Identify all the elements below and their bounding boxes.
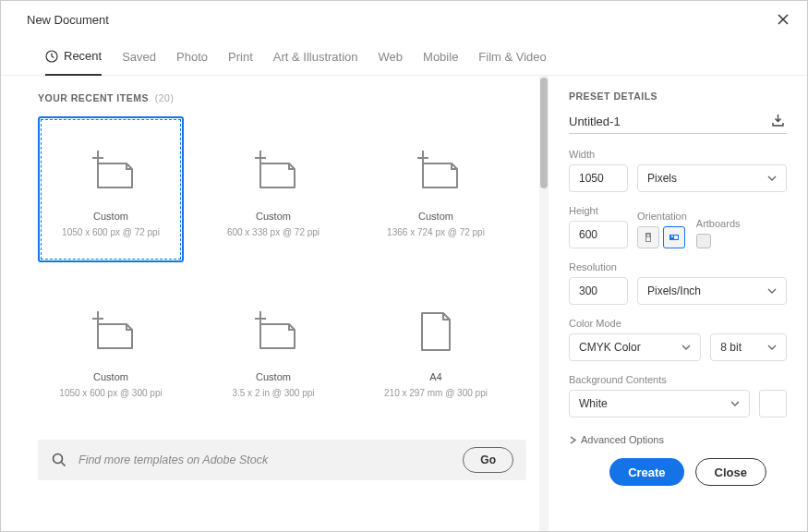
- background-select[interactable]: White: [569, 390, 750, 417]
- height-input[interactable]: 600: [569, 221, 628, 248]
- svg-point-3: [647, 235, 650, 237]
- chevron-down-icon: [767, 286, 777, 296]
- recent-items-header: YOUR RECENT ITEMS (20): [38, 92, 539, 103]
- svg-point-1: [54, 454, 63, 464]
- preset-card-label: Custom: [256, 371, 291, 382]
- orientation-label: Orientation: [637, 211, 687, 222]
- tab-recent[interactable]: Recent: [45, 40, 102, 76]
- preset-card[interactable]: A4 210 x 297 mm @ 300 ppi: [363, 277, 509, 423]
- preset-card[interactable]: Custom 600 x 338 px @ 72 ppi: [200, 116, 346, 262]
- bit-depth-select[interactable]: 8 bit: [710, 333, 787, 361]
- preset-card-label: Custom: [93, 371, 128, 382]
- color-mode-label: Color Mode: [569, 318, 787, 329]
- preset-card-dimensions: 1366 x 724 px @ 72 ppi: [387, 227, 485, 237]
- preset-card[interactable]: Custom 1366 x 724 px @ 72 ppi: [363, 116, 509, 262]
- preset-card-dimensions: 3.5 x 2 in @ 300 ppi: [232, 388, 314, 398]
- custom-page-icon: [86, 142, 136, 200]
- chevron-down-icon: [767, 343, 777, 352]
- tab-saved[interactable]: Saved: [122, 40, 156, 75]
- svg-rect-7: [674, 236, 678, 239]
- advanced-options-toggle[interactable]: Advanced Options: [569, 434, 787, 445]
- category-tabs: Recent Saved Photo Print Art & Illustrat…: [1, 36, 807, 76]
- preset-card[interactable]: Custom 1050 x 600 px @ 300 ppi: [38, 277, 184, 423]
- artboards-checkbox[interactable]: [696, 234, 711, 248]
- height-label: Height: [569, 205, 628, 216]
- preset-card-label: Custom: [256, 211, 291, 222]
- custom-page-icon: [86, 303, 136, 360]
- chevron-down-icon: [730, 399, 740, 408]
- custom-page-icon: [411, 142, 461, 200]
- scrollbar[interactable]: [539, 76, 549, 531]
- clock-icon: [45, 50, 58, 63]
- document-name-input[interactable]: [569, 115, 770, 128]
- artboards-label: Artboards: [696, 218, 741, 229]
- download-preset-icon[interactable]: [770, 113, 787, 129]
- preset-details-header: PRESET DETAILS: [569, 91, 787, 102]
- resolution-label: Resolution: [569, 261, 787, 272]
- custom-page-icon: [248, 303, 298, 360]
- stock-search-bar: Find more templates on Adobe Stock Go: [38, 440, 526, 480]
- tab-mobile[interactable]: Mobile: [423, 40, 458, 75]
- preset-card-label: A4: [429, 371, 441, 382]
- unit-select[interactable]: Pixels: [637, 164, 787, 192]
- search-icon: [51, 452, 67, 468]
- scrollbar-thumb[interactable]: [540, 78, 548, 188]
- color-mode-select[interactable]: CMYK Color: [569, 333, 701, 361]
- close-button[interactable]: Close: [695, 458, 766, 486]
- tab-photo[interactable]: Photo: [176, 40, 208, 75]
- width-input[interactable]: 1050: [569, 164, 628, 192]
- resolution-unit-select[interactable]: Pixels/Inch: [637, 277, 787, 305]
- width-label: Width: [569, 149, 787, 160]
- preset-card-label: Custom: [93, 211, 128, 222]
- svg-rect-4: [646, 237, 650, 241]
- create-button[interactable]: Create: [609, 458, 683, 486]
- custom-page-icon: [248, 142, 298, 200]
- close-icon[interactable]: [776, 12, 790, 27]
- svg-point-6: [671, 236, 673, 237]
- background-label: Background Contents: [569, 374, 787, 385]
- preset-card[interactable]: Custom 1050 x 600 px @ 72 ppi: [38, 116, 184, 262]
- chevron-down-icon: [767, 174, 777, 183]
- preset-card-dimensions: 600 x 338 px @ 72 ppi: [227, 227, 320, 237]
- resolution-input[interactable]: 300: [569, 277, 628, 305]
- chevron-down-icon: [681, 343, 691, 352]
- search-input[interactable]: Find more templates on Adobe Stock: [78, 453, 452, 466]
- dialog-title: New Document: [27, 13, 109, 27]
- orientation-portrait[interactable]: [637, 226, 659, 248]
- tab-print[interactable]: Print: [228, 40, 253, 75]
- go-button[interactable]: Go: [463, 447, 513, 473]
- preset-card-dimensions: 210 x 297 mm @ 300 ppi: [384, 388, 488, 398]
- document-sheet-icon: [419, 303, 452, 360]
- preset-card[interactable]: Custom 3.5 x 2 in @ 300 ppi: [200, 277, 346, 423]
- preset-card-dimensions: 1050 x 600 px @ 72 ppi: [62, 227, 160, 237]
- tab-label: Recent: [64, 49, 102, 63]
- orientation-landscape[interactable]: [663, 226, 685, 248]
- tab-web[interactable]: Web: [379, 40, 404, 75]
- preset-card-dimensions: 1050 x 600 px @ 300 ppi: [59, 388, 162, 398]
- chevron-right-icon: [569, 436, 577, 444]
- background-swatch[interactable]: [759, 390, 787, 417]
- tab-film-video[interactable]: Film & Video: [478, 40, 546, 75]
- tab-art-illustration[interactable]: Art & Illustration: [273, 40, 358, 75]
- preset-card-label: Custom: [418, 211, 453, 222]
